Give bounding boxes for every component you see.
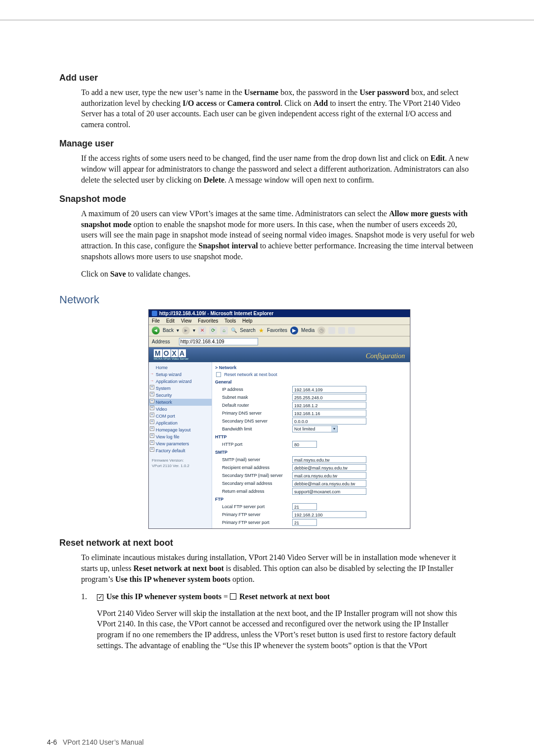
media-label[interactable]: Media xyxy=(301,328,314,333)
input-ip[interactable]: 192.168.4.109 xyxy=(292,386,366,393)
para-manage-user: If the access rights of some users need … xyxy=(81,153,475,185)
input-dns2[interactable]: 0.0.0.0 xyxy=(292,418,366,425)
input-ftpport[interactable]: 21 xyxy=(292,503,317,510)
embedded-screenshot: http://192.168.4.109/ - Microsoft Intern… xyxy=(148,309,410,529)
favorites-icon[interactable]: ★ xyxy=(259,327,264,334)
input-smtp2[interactable]: mail.ora.nsysu.edu.tw xyxy=(292,472,366,479)
ie-toolbar: ◄ Back ▾ ►▾ ✕ ⟳ ⌂ 🔍 Search ★ Favorites ▶… xyxy=(149,325,410,336)
config-body: Home Setup wizard Application wizard Sys… xyxy=(149,362,410,529)
label-mask: Subnet mask xyxy=(215,395,292,400)
sidebar-item-com-port[interactable]: COM port xyxy=(149,413,212,420)
sidebar-item-view-log[interactable]: View log file xyxy=(149,433,212,440)
sidebar-item-video[interactable]: Video xyxy=(149,406,212,413)
history-button[interactable]: ◷ xyxy=(317,327,325,334)
reset-sub-para: VPort 2140 Video Server will skip the in… xyxy=(97,608,475,651)
input-ftp1[interactable]: 192.168.2.100 xyxy=(292,511,366,518)
sidebar-firmware-label: Firmware Version: xyxy=(149,454,212,464)
search-icon[interactable]: 🔍 xyxy=(231,328,237,333)
reset-network-checkbox-row[interactable]: Reset network at next boot xyxy=(215,372,407,378)
input-ftp1port[interactable]: 21 xyxy=(292,519,317,526)
sidebar-item-homepage-layout[interactable]: Homepage layout xyxy=(149,426,212,433)
back-label[interactable]: Back xyxy=(163,328,174,333)
sidebar-item-security[interactable]: Security xyxy=(149,392,212,399)
input-router[interactable]: 192.168.1.2 xyxy=(292,402,366,409)
heading-network: Network xyxy=(59,293,475,306)
label-ftpport: Local FTP server port xyxy=(215,504,292,509)
footer-title: VPort 2140 User’s Manual xyxy=(63,738,144,746)
reset-list-item-1: 1. ✓ Use this IP whenever system boots =… xyxy=(81,591,475,651)
label-dns1: Primary DNS server xyxy=(215,411,292,416)
label-ftp1: Primary FTP server xyxy=(215,512,292,517)
heading-reset-network: Reset network at next boot xyxy=(59,538,475,548)
reset-network-checkbox[interactable] xyxy=(216,372,221,377)
input-semail[interactable]: debbie@mail.ora.nsysu.edu.tw xyxy=(292,480,366,487)
sidebar-item-application[interactable]: Application xyxy=(149,420,212,426)
search-label[interactable]: Search xyxy=(240,328,256,333)
label-dns2: Secondary DNS server xyxy=(215,419,292,424)
input-http-port[interactable]: 80 xyxy=(292,441,317,448)
input-mask[interactable]: 255.255.248.0 xyxy=(292,394,366,401)
group-ftp: FTP xyxy=(215,495,407,503)
menu-help[interactable]: Help xyxy=(242,318,253,324)
select-bandwidth-value: Not limited xyxy=(294,426,315,431)
chevron-down-icon[interactable]: ▾ xyxy=(331,426,337,432)
config-sidebar: Home Setup wizard Application wizard Sys… xyxy=(149,362,212,529)
sidebar-item-home[interactable]: Home xyxy=(149,364,212,371)
favorites-label[interactable]: Favorites xyxy=(267,328,287,333)
label-semail: Secondary email address xyxy=(215,481,292,486)
heading-snapshot-mode: Snapshot mode xyxy=(59,194,475,204)
stop-button[interactable]: ✕ xyxy=(198,327,206,334)
label-router: Default router xyxy=(215,403,292,408)
ie-titlebar: http://192.168.4.109/ - Microsoft Intern… xyxy=(149,310,410,317)
sidebar-item-view-parameters[interactable]: View parameters xyxy=(149,440,212,447)
input-dns1[interactable]: 192.168.1.16 xyxy=(292,410,366,417)
sidebar-item-network[interactable]: Network xyxy=(149,399,212,406)
ie-icon xyxy=(152,311,157,316)
ie-title-text: http://192.168.4.109/ - Microsoft Intern… xyxy=(159,311,273,316)
print-button[interactable] xyxy=(338,327,345,334)
media-button[interactable]: ▶ xyxy=(290,327,298,334)
forward-button[interactable]: ► xyxy=(182,327,190,334)
label-smtp1: SMTP (mail) server xyxy=(215,457,292,462)
group-smtp: SMTP xyxy=(215,448,407,456)
page-number: 4-6 xyxy=(47,738,57,746)
label-retmail: Return email address xyxy=(215,489,292,494)
app-banner-title: Configuration xyxy=(366,352,405,360)
checkbox-checked-icon: ✓ xyxy=(97,594,103,601)
back-button[interactable]: ◄ xyxy=(152,327,160,334)
edit-button[interactable] xyxy=(348,327,355,334)
home-button[interactable]: ⌂ xyxy=(220,327,228,334)
ie-menubar[interactable]: File Edit View Favorites Tools Help xyxy=(149,317,410,325)
sidebar-item-system[interactable]: System xyxy=(149,385,212,392)
sidebar-item-setup[interactable]: Setup wizard xyxy=(149,371,212,378)
menu-edit[interactable]: Edit xyxy=(166,318,175,324)
menu-view[interactable]: View xyxy=(181,318,192,324)
sidebar-item-application-wizard[interactable]: Application wizard xyxy=(149,378,212,385)
equals-text: = xyxy=(223,592,230,601)
refresh-button[interactable]: ⟳ xyxy=(209,327,217,334)
mail-button[interactable] xyxy=(328,327,335,334)
app-banner: MOXA MOXA VPort Video Server Configurati… xyxy=(149,347,410,362)
label-http-port: HTTP port xyxy=(215,442,292,447)
menu-favorites[interactable]: Favorites xyxy=(198,318,218,324)
label-ftp1port: Primary FTP server port xyxy=(215,520,292,525)
address-icon xyxy=(172,339,177,344)
menu-file[interactable]: File xyxy=(152,318,160,324)
menu-tools[interactable]: Tools xyxy=(224,318,236,324)
checkbox-empty-icon xyxy=(230,593,236,600)
use-this-ip-label: Use this IP whenever system boots xyxy=(106,592,222,601)
breadcrumb: > Network xyxy=(215,364,407,372)
para-reset-1: To eliminate incautious mistakes during … xyxy=(81,552,475,584)
label-remail: Recipient email address xyxy=(215,465,292,470)
heading-add-user: Add user xyxy=(59,73,475,83)
reset-network-label-text: Reset network at next boot xyxy=(239,592,330,601)
address-input[interactable] xyxy=(179,338,258,345)
input-smtp1[interactable]: mail.nsysu.edu.tw xyxy=(292,456,366,463)
input-remail[interactable]: debbie@mail.nsysu.edu.tw xyxy=(292,464,366,471)
select-bandwidth[interactable]: Not limited ▾ xyxy=(292,425,338,432)
ie-address-bar: Address xyxy=(149,336,410,347)
label-ip: IP address xyxy=(215,387,292,392)
config-main: > Network Reset network at next boot Gen… xyxy=(212,362,410,529)
sidebar-item-factory-default[interactable]: Factory default xyxy=(149,447,212,454)
input-retmail[interactable]: support@moxanet.com xyxy=(292,488,366,495)
